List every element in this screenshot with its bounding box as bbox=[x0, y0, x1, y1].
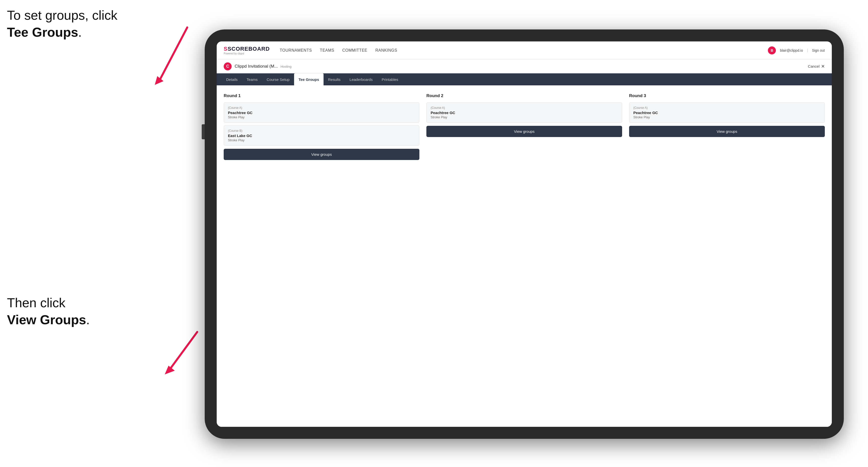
nav-rankings[interactable]: RANKINGS bbox=[375, 48, 397, 53]
separator: | bbox=[807, 48, 808, 53]
round-3-column: Round 3 (Course A) Peachtree GC Stroke P… bbox=[629, 93, 825, 160]
app-container: SSCOREBOARDSCOREBOARD Powered by clippd … bbox=[217, 41, 832, 427]
round-1-column: Round 1 (Course A) Peachtree GC Stroke P… bbox=[224, 93, 420, 160]
instruction-bottom: Then click View Groups. bbox=[7, 294, 90, 328]
round-2-title: Round 2 bbox=[426, 93, 622, 98]
round-1-course-b-label: (Course B) bbox=[228, 129, 415, 132]
round-1-title: Round 1 bbox=[224, 93, 420, 98]
user-email: blair@clippd.io bbox=[780, 49, 803, 53]
tab-leaderboards[interactable]: Leaderboards bbox=[345, 73, 377, 85]
svg-line-2 bbox=[170, 332, 197, 369]
svg-marker-3 bbox=[165, 366, 175, 374]
tab-tee-groups[interactable]: Tee Groups bbox=[294, 73, 323, 85]
nav-tournaments[interactable]: TOURNAMENTS bbox=[280, 48, 312, 53]
tab-results[interactable]: Results bbox=[323, 73, 345, 85]
main-content: Round 1 (Course A) Peachtree GC Stroke P… bbox=[217, 85, 832, 427]
logo-accent: S bbox=[224, 46, 228, 52]
top-nav: SSCOREBOARDSCOREBOARD Powered by clippd … bbox=[217, 41, 832, 59]
tab-course-setup[interactable]: Course Setup bbox=[262, 73, 294, 85]
logo: SSCOREBOARDSCOREBOARD bbox=[224, 46, 270, 52]
hosting-badge: Hosting bbox=[281, 65, 291, 68]
round-3-course-a-name: Peachtree GC bbox=[633, 111, 820, 115]
tab-printables[interactable]: Printables bbox=[377, 73, 403, 85]
round-3-view-groups-button[interactable]: View groups bbox=[629, 126, 825, 137]
svg-line-0 bbox=[160, 27, 187, 80]
round-1-course-a-format: Stroke Play bbox=[228, 115, 415, 119]
round-2-column: Round 2 (Course A) Peachtree GC Stroke P… bbox=[426, 93, 622, 160]
user-avatar: B bbox=[768, 46, 776, 54]
tab-teams[interactable]: Teams bbox=[242, 73, 262, 85]
cancel-button[interactable]: Cancel ✕ bbox=[808, 64, 825, 69]
sub-nav: Details Teams Course Setup Tee Groups Re… bbox=[217, 73, 832, 85]
round-1-course-a-card: (Course A) Peachtree GC Stroke Play bbox=[224, 102, 420, 123]
instruction-line1: To set groups, click bbox=[7, 7, 117, 24]
round-3-course-a-card: (Course A) Peachtree GC Stroke Play bbox=[629, 102, 825, 123]
svg-marker-1 bbox=[155, 76, 163, 85]
instruction-bottom-line2: View Groups. bbox=[7, 311, 90, 329]
nav-teams[interactable]: TEAMS bbox=[320, 48, 334, 53]
tournament-logo: C bbox=[224, 62, 232, 70]
arrow-to-view-groups bbox=[150, 324, 205, 379]
round-2-course-a-label: (Course A) bbox=[431, 106, 618, 110]
arrow-to-tee-groups bbox=[135, 20, 200, 90]
tournament-name: Clippd Invitational (M... Hosting bbox=[235, 64, 808, 69]
tab-details[interactable]: Details bbox=[222, 73, 242, 85]
round-1-view-groups-button[interactable]: View groups bbox=[224, 149, 420, 160]
nav-committee[interactable]: COMMITTEE bbox=[342, 48, 368, 53]
view-groups-emphasis: View Groups bbox=[7, 312, 86, 327]
logo-sub: Powered by clippd bbox=[224, 52, 270, 55]
round-2-course-a-name: Peachtree GC bbox=[431, 111, 618, 115]
logo-area: SSCOREBOARDSCOREBOARD Powered by clippd bbox=[224, 46, 270, 55]
round-1-course-a-name: Peachtree GC bbox=[228, 111, 415, 115]
round-2-course-a-format: Stroke Play bbox=[431, 115, 618, 119]
round-1-course-b-card: (Course B) East Lake GC Stroke Play bbox=[224, 125, 420, 146]
instruction-line2: Tee Groups. bbox=[7, 24, 117, 41]
nav-right: B blair@clippd.io | Sign out bbox=[768, 46, 825, 54]
instruction-period-bottom: . bbox=[86, 312, 90, 327]
round-3-course-a-format: Stroke Play bbox=[633, 115, 820, 119]
nav-links: TOURNAMENTS TEAMS COMMITTEE RANKINGS bbox=[280, 48, 768, 53]
round-3-course-a-label: (Course A) bbox=[633, 106, 820, 110]
round-1-course-b-name: East Lake GC bbox=[228, 133, 415, 138]
round-3-title: Round 3 bbox=[629, 93, 825, 98]
instruction-top: To set groups, click Tee Groups. bbox=[7, 7, 117, 41]
round-1-course-a-label: (Course A) bbox=[228, 106, 415, 110]
instruction-bottom-line1: Then click bbox=[7, 294, 90, 311]
tablet-shell: SSCOREBOARDSCOREBOARD Powered by clippd … bbox=[205, 29, 844, 439]
tournament-bar: C Clippd Invitational (M... Hosting Canc… bbox=[217, 59, 832, 73]
rounds-grid: Round 1 (Course A) Peachtree GC Stroke P… bbox=[224, 93, 825, 160]
instruction-period-top: . bbox=[78, 25, 82, 39]
tablet-side-button bbox=[202, 124, 205, 139]
round-2-course-a-card: (Course A) Peachtree GC Stroke Play bbox=[426, 102, 622, 123]
tablet-screen: SSCOREBOARDSCOREBOARD Powered by clippd … bbox=[217, 41, 832, 427]
round-1-course-b-format: Stroke Play bbox=[228, 138, 415, 142]
tee-groups-emphasis: Tee Groups bbox=[7, 25, 78, 39]
round-2-view-groups-button[interactable]: View groups bbox=[426, 126, 622, 137]
sign-out-link[interactable]: Sign out bbox=[812, 49, 825, 53]
